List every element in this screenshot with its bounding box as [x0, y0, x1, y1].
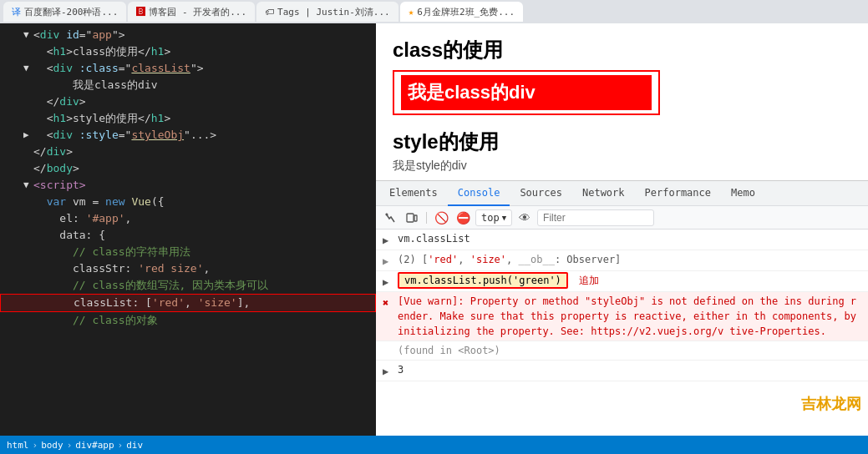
preview-title2: style的使用	[393, 129, 851, 155]
console-output: ▶ vm.classList ▶ (2) ['red', 'size', __o…	[376, 230, 868, 436]
console-found-text: (found in <Root>)	[398, 343, 861, 358]
code-editor: ▼ <div id="app"> <h1>class的使用</h1> ▼ <di…	[0, 23, 376, 436]
browser-tab-bar: 译 百度翻译-200种语... 🅱 博客园 - 开发者的... 🏷 Tags |…	[0, 0, 868, 23]
code-line-11: var vm = new Vue({	[0, 194, 376, 210]
code-line-2: <h1>class的使用</h1>	[0, 43, 376, 60]
breadcrumb-body: body	[41, 440, 63, 451]
console-error-text: [Vue warn]: Property or method "styleObj…	[398, 294, 861, 339]
preview-area: class的使用 我是class的div style的使用 我是style的di…	[376, 23, 868, 180]
tab-performance[interactable]: Performance	[635, 181, 721, 206]
code-line-3: ▼ <div :class="classList">	[0, 60, 376, 77]
tab-blog[interactable]: 🅱 博客园 - 开发者的...	[128, 2, 255, 22]
console-expand-icon-3: ▶	[383, 275, 394, 290]
tab-tags[interactable]: 🏷 Tags | Justin-刘清...	[256, 2, 398, 22]
console-text-3: vm.classList.push('green') 追加	[398, 273, 861, 288]
code-line-7: ▶ <div :style="styleObj"...>	[0, 127, 376, 144]
svg-rect-2	[414, 215, 417, 221]
code-line-4: 我是class的div	[0, 77, 376, 93]
code-line-15: classStr: 'red size',	[0, 260, 376, 277]
code-line-5: </div>	[0, 93, 376, 110]
code-line-12: el: '#app',	[0, 210, 376, 227]
console-expand-icon-1: ▶	[383, 233, 394, 248]
toolbar-divider-1	[426, 212, 427, 224]
tab-network[interactable]: Network	[572, 181, 635, 206]
breadcrumb-divapp: div#app	[75, 440, 114, 451]
console-error-icon: ✖	[383, 295, 394, 310]
tab-console[interactable]: Console	[448, 181, 510, 206]
code-line-6: <h1>style的使用</h1>	[0, 110, 376, 127]
code-line-13: data: {	[0, 227, 376, 244]
console-filter-input[interactable]	[537, 209, 654, 226]
console-highlighted-code: vm.classList.push('green')	[398, 272, 568, 289]
code-line-16: // class的数组写法, 因为类本身可以	[0, 277, 376, 294]
tab-favicon-tags: 🏷	[265, 7, 274, 18]
tab-favicon-class: ★	[409, 7, 414, 18]
context-dropdown[interactable]: top ▼	[475, 209, 512, 226]
breadcrumb-sep-3: ›	[118, 440, 124, 451]
console-line-3: ▶ vm.classList.push('green') 追加	[376, 271, 868, 292]
breadcrumb-sep-1: ›	[33, 440, 38, 451]
tab-label-class: 6月金牌班2班_免费...	[417, 6, 515, 18]
breadcrumb-html: html	[7, 440, 29, 451]
preview-title1: class的使用	[393, 37, 851, 63]
code-line-17: classList: ['red', 'size'],	[0, 294, 376, 312]
console-line-1: ▶ vm.classList	[376, 230, 868, 250]
console-number-text: 3	[398, 362, 861, 377]
code-line-18: // class的对象	[0, 312, 376, 329]
preview-class-content: 我是class的div	[401, 75, 652, 110]
console-text-2: (2) ['red', 'size', __ob__: Observer]	[398, 252, 861, 267]
code-line-9: </body>	[0, 160, 376, 177]
svg-rect-1	[407, 214, 414, 222]
device-toolbar-button[interactable]	[403, 209, 421, 227]
tab-label-translate: 百度翻译-200种语...	[24, 6, 118, 18]
console-expand-icon-6: ▶	[383, 364, 394, 379]
eye-button[interactable]: 👁	[515, 209, 534, 227]
preview-class-box: 我是class的div	[393, 70, 660, 115]
console-line-5: (found in <Root>)	[376, 341, 868, 361]
tab-memory[interactable]: Memo	[721, 181, 765, 206]
context-dropdown-arrow: ▼	[502, 214, 506, 222]
code-line-14: // class的字符串用法	[0, 244, 376, 260]
tab-label-blog: 博客园 - 开发者的...	[149, 6, 246, 18]
tab-favicon-translate: 译	[12, 6, 21, 18]
devtools-tab-bar: Elements Console Sources Network Perform…	[376, 181, 868, 206]
tab-label-tags: Tags | Justin-刘清...	[277, 6, 390, 18]
breadcrumb-div: div	[126, 440, 143, 451]
tab-translate[interactable]: 译 百度翻译-200种语...	[3, 2, 126, 22]
tab-elements[interactable]: Elements	[379, 181, 448, 206]
tab-sources[interactable]: Sources	[510, 181, 572, 206]
breadcrumb-sep-2: ›	[67, 440, 73, 451]
devtools-toolbar: 🚫 ⛔ top ▼ 👁	[376, 206, 868, 230]
code-line-1: ▼ <div id="app">	[0, 27, 376, 43]
svg-point-0	[386, 213, 388, 215]
watermark: 吉林龙网	[801, 394, 861, 414]
tab-favicon-blog: 🅱	[136, 7, 145, 18]
breadcrumb: html › body › div#app › div	[0, 436, 868, 454]
main-area: ▼ <div id="app"> <h1>class的使用</h1> ▼ <di…	[0, 23, 868, 436]
tab-class[interactable]: ★ 6月金牌班2班_免费...	[400, 2, 523, 22]
browser-right: class的使用 我是class的div style的使用 我是style的di…	[376, 23, 868, 436]
preview-style-text: 我是style的div	[393, 159, 851, 174]
console-line-4: ✖ [Vue warn]: Property or method "styleO…	[376, 292, 868, 341]
clear-console-button[interactable]: 🚫	[432, 209, 450, 227]
pause-button[interactable]: ⛔	[454, 209, 472, 227]
console-line-6: ▶ 3	[376, 361, 868, 381]
code-line-8: </div>	[0, 144, 376, 160]
context-dropdown-label: top	[481, 212, 500, 224]
console-expand-icon-2: ▶	[383, 254, 394, 269]
inspect-button[interactable]	[381, 209, 399, 227]
console-text-1: vm.classList	[398, 231, 861, 246]
devtools-panel: Elements Console Sources Network Perform…	[376, 180, 868, 436]
console-add-label: 追加	[579, 275, 599, 286]
code-line-10: ▼ <script>	[0, 177, 376, 194]
console-line-2: ▶ (2) ['red', 'size', __ob__: Observer]	[376, 250, 868, 271]
